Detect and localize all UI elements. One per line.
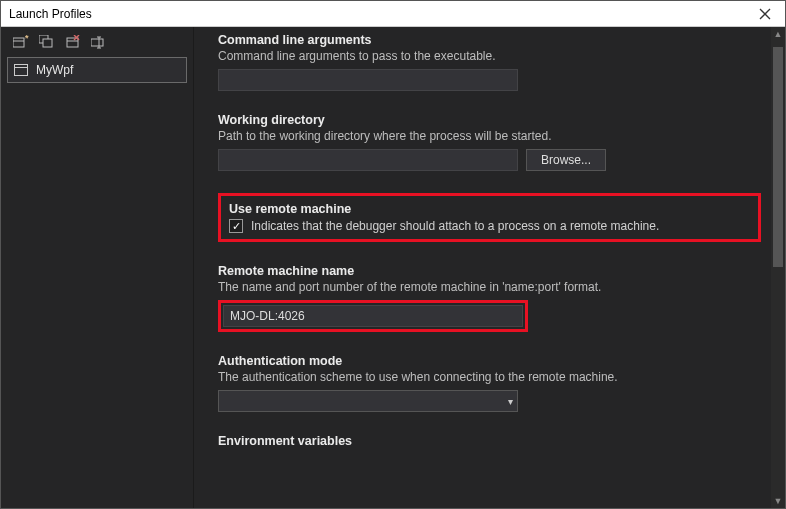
scrollbar-thumb[interactable] [773,47,783,267]
dialog-body: * [1,27,785,508]
window-icon [14,64,28,76]
sidebar-toolbar: * [7,33,187,55]
section-use-remote: Use remote machine Indicates that the de… [218,193,761,242]
remote-name-input[interactable] [223,305,523,327]
cmd-title: Command line arguments [218,33,761,47]
titlebar: Launch Profiles [1,1,785,27]
cmd-desc: Command line arguments to pass to the ex… [218,49,761,63]
remote-name-desc: The name and port number of the remote m… [218,280,761,294]
window-title: Launch Profiles [9,7,92,21]
svg-rect-6 [43,39,52,47]
remote-title: Use remote machine [229,202,750,216]
workdir-input[interactable] [218,149,518,171]
remote-name-title: Remote machine name [218,264,761,278]
browse-button[interactable]: Browse... [526,149,606,171]
auth-title: Authentication mode [218,354,761,368]
env-title: Environment variables [218,434,761,448]
chevron-down-icon: ▾ [508,396,513,407]
sidebar: * [1,27,194,508]
vertical-scrollbar[interactable]: ▲ ▼ [771,27,785,508]
profile-item[interactable]: MyWpf [7,57,187,83]
scroll-down-icon[interactable]: ▼ [771,494,785,508]
launch-profiles-dialog: Launch Profiles * [0,0,786,509]
remote-checkbox-label: Indicates that the debugger should attac… [251,219,659,233]
section-command-line: Command line arguments Command line argu… [218,33,761,91]
workdir-desc: Path to the working directory where the … [218,129,761,143]
svg-rect-2 [13,38,24,47]
delete-profile-icon[interactable] [65,35,81,49]
section-auth-mode: Authentication mode The authentication s… [218,354,761,412]
profile-label: MyWpf [36,63,73,77]
svg-rect-7 [67,38,78,47]
close-icon [759,8,771,20]
rename-profile-icon[interactable] [91,35,107,49]
new-profile-icon[interactable]: * [13,35,29,49]
section-env-vars: Environment variables [218,434,761,448]
svg-text:*: * [25,35,29,43]
auth-desc: The authentication scheme to use when co… [218,370,761,384]
auth-select[interactable]: ▾ [218,390,518,412]
section-remote-name: Remote machine name The name and port nu… [218,264,761,332]
duplicate-profile-icon[interactable] [39,35,55,49]
scroll-up-icon[interactable]: ▲ [771,27,785,41]
remote-checkbox[interactable] [229,219,243,233]
workdir-title: Working directory [218,113,761,127]
svg-rect-15 [15,65,28,76]
svg-rect-11 [91,39,103,46]
section-working-dir: Working directory Path to the working di… [218,113,761,171]
close-button[interactable] [745,1,785,27]
content-panel: Command line arguments Command line argu… [194,27,785,508]
cmd-input[interactable] [218,69,518,91]
